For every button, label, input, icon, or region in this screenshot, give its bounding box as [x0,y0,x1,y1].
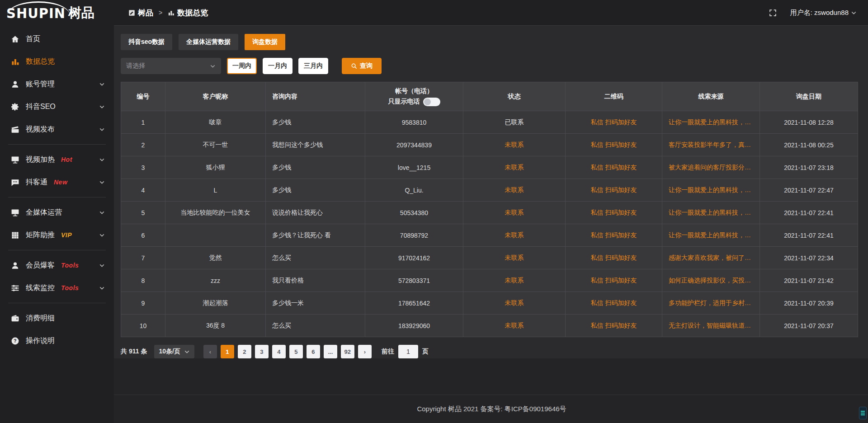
page-ellipsis[interactable]: ... [324,345,337,358]
bar-chart-icon [11,57,19,66]
qrcode-link[interactable]: 私信 扫码加好友 [566,292,662,315]
qrcode-link[interactable]: 私信 扫码加好友 [566,202,662,224]
table-row: 4L多少钱Q_Liu.未联系私信 扫码加好友让你一眼就爱上的黑科技，能...20… [121,179,858,202]
lead-source-link[interactable]: 无主灯设计，智能磁吸轨道灯... [662,315,760,337]
user-menu[interactable]: 用户名: zswodun88 [790,9,857,17]
footer: Copyright 树品 2021 备案号: 粤ICP备09019646号 [114,395,868,423]
sidebar-nav: 首页 数据总览 账号管理 抖音SEO 视频发布 [0,26,114,352]
next-page-button[interactable]: › [358,345,372,358]
lead-source-link[interactable]: 多功能护栏灯，适用于乡村文... [662,292,760,315]
page-button-2[interactable]: 2 [238,345,251,358]
sidebar-item-video-publish[interactable]: 视频发布 [0,118,114,141]
goto-label: 前往 [382,348,394,356]
tab-omni-media-data[interactable]: 全媒体运营数据 [179,34,238,50]
prev-page-button[interactable]: ‹ [203,345,217,358]
col-source: 线索来源 [662,82,760,111]
inquiry-content: 我只看价格 [266,269,365,292]
screen-icon [11,208,19,217]
page-button-3[interactable]: 3 [255,345,269,358]
account-phone: 178651642 [365,292,463,315]
col-status: 状态 [463,82,566,111]
range-button-week[interactable]: 一周内 [227,58,257,74]
row-index: 5 [121,202,165,224]
tab-douyin-seo-data[interactable]: 抖音seo数据 [121,34,172,50]
account-phone: 9583810 [365,111,463,134]
tab-inquiry-data[interactable]: 询盘数据 [245,34,285,50]
lead-source-link[interactable]: 被大家追着问的客厅投影分享... [662,156,760,179]
inquiry-date: 2021-11-07 22:41 [760,224,858,247]
status-text: 未联系 [463,224,566,247]
page-button-1[interactable]: 1 [221,345,234,358]
page-size-select[interactable]: 10条/页 [154,345,194,358]
chevron-down-icon [99,232,105,238]
sidebar-item-douketong[interactable]: 抖客通 New [0,171,114,193]
sidebar-item-account-management[interactable]: 账号管理 [0,73,114,95]
page-button-5[interactable]: 5 [289,345,303,358]
row-index: 3 [121,156,165,179]
lead-source-link[interactable]: 让你一眼就爱上的黑科技，能... [662,224,760,247]
goto-page-input[interactable] [398,345,418,358]
range-button-month[interactable]: 一月内 [263,58,292,74]
lead-source-link[interactable]: 让你一眼就爱上的黑科技，能... [662,202,760,224]
qrcode-link[interactable]: 私信 扫码加好友 [566,247,662,269]
page-button-92[interactable]: 92 [341,345,354,358]
sidebar-item-data-overview[interactable]: 数据总览 [0,50,114,73]
phone-only-label: 只显示电话 [388,98,420,106]
sidebar-item-lead-monitor[interactable]: 线索监控 Tools [0,277,114,299]
inquiry-date: 2021-11-07 20:37 [760,315,858,337]
lead-source-link[interactable]: 感谢大家喜欢我家，被问了好... [662,247,760,269]
gear-icon [11,103,19,111]
chevron-down-icon [99,127,105,132]
wallet-icon [11,314,19,323]
sidebar-item-douyin-seo[interactable]: 抖音SEO [0,95,114,118]
page-button-4[interactable]: 4 [272,345,286,358]
inquiry-content: 多少钱一米 [266,292,365,315]
inquiry-content: 说说价格让我死心 [266,202,365,224]
chat-icon [11,178,19,187]
range-button-quarter[interactable]: 三月内 [298,58,328,74]
inquiry-date: 2021-11-07 22:41 [760,202,858,224]
floating-widget[interactable] [859,407,867,419]
lead-source-link[interactable]: 让你一眼就爱上的黑科技，能... [662,111,760,134]
inquiry-content: 多少钱 [266,156,365,179]
breadcrumb: 树品 > 数据总览 [128,8,208,18]
phone-only-toggle[interactable] [423,98,440,106]
customer-nickname: zzz [165,269,266,292]
sidebar-item-member-burst[interactable]: 会员爆客 Tools [0,254,114,277]
page-button-6[interactable]: 6 [307,345,320,358]
qrcode-link[interactable]: 私信 扫码加好友 [566,111,662,134]
filter-select[interactable]: 请选择 [121,58,221,74]
select-placeholder: 请选择 [126,62,145,70]
qrcode-link[interactable]: 私信 扫码加好友 [566,224,662,247]
sidebar-item-video-heating[interactable]: 视频加热 Hot [0,148,114,171]
inquiry-date: 2021-11-07 22:47 [760,179,858,202]
qrcode-link[interactable]: 私信 扫码加好友 [566,269,662,292]
chevron-down-icon [210,63,216,69]
sidebar-item-instructions[interactable]: 操作说明 [0,329,114,352]
status-text: 未联系 [463,134,566,156]
row-index: 7 [121,247,165,269]
status-text: 未联系 [463,315,566,337]
breadcrumb-root[interactable]: 树品 [138,8,153,18]
sidebar-item-omni-media[interactable]: 全媒体运营 [0,201,114,224]
monitor-icon [11,155,19,164]
query-button[interactable]: 查询 [342,58,382,74]
sidebar-item-home[interactable]: 首页 [0,28,114,50]
table-row: 3狐小狸多少钱love__1215未联系私信 扫码加好友被大家追着问的客厅投影分… [121,156,858,179]
qrcode-link[interactable]: 私信 扫码加好友 [566,156,662,179]
qrcode-link[interactable]: 私信 扫码加好友 [566,179,662,202]
qrcode-link[interactable]: 私信 扫码加好友 [566,134,662,156]
table-row: 1036度 8怎么买183929060未联系私信 扫码加好友无主灯设计，智能磁吸… [121,315,858,337]
col-account: 帐号（电话） 只显示电话 [365,82,463,111]
video-publish-icon [11,125,19,134]
sidebar-item-matrix-boost[interactable]: 矩阵助推 VIP [0,224,114,246]
sidebar-item-consumption-detail[interactable]: 消费明细 [0,307,114,329]
col-id: 编号 [121,82,165,111]
qrcode-link[interactable]: 私信 扫码加好友 [566,315,662,337]
fullscreen-icon[interactable] [769,9,777,17]
tools-badge: Tools [61,262,79,269]
lead-source-link[interactable]: 客厅安装投影半年多了，真实... [662,134,760,156]
lead-source-link[interactable]: 如何正确选择投影仪，买投影... [662,269,760,292]
chevron-down-icon [99,179,105,185]
lead-source-link[interactable]: 让你一眼就爱上的黑科技，能... [662,179,760,202]
